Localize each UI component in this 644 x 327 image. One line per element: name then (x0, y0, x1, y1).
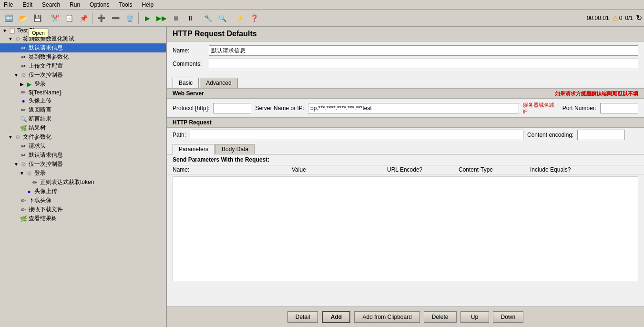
save-button[interactable]: 💾 (31, 11, 44, 25)
tree-node-assert-result[interactable]: 🔍 断言结果 (0, 114, 166, 123)
expand-icon[interactable]: ▼ (19, 171, 25, 176)
tree-label: 返回断言 (29, 106, 51, 114)
delete-button[interactable]: Delete (424, 311, 457, 323)
menu-tools[interactable]: Tools (117, 1, 134, 9)
server-input[interactable] (308, 103, 519, 113)
assert-result-icon: 🔍 (19, 116, 28, 123)
name-label: Name: (173, 47, 206, 54)
panel-header: HTTP Request Defaults (167, 27, 644, 41)
tree-node-view-result[interactable]: 🌿 查看结果树 (0, 214, 166, 223)
tree-node-login2[interactable]: ▼ ⚙ 登录 (0, 169, 166, 178)
new-button[interactable]: 🆕 (2, 11, 15, 25)
name-input[interactable] (209, 45, 638, 56)
tree-node-recv-download[interactable]: ✏ 接收下载文件 (0, 205, 166, 214)
add-from-clipboard-button[interactable]: Add from Clipboard (354, 311, 419, 323)
menu-help[interactable]: Help (140, 1, 155, 9)
tree-label: 请求头 (29, 142, 46, 150)
tree-label: 文件参数化 (23, 133, 51, 141)
comments-input[interactable] (209, 59, 638, 69)
head-upload-icon: ● (19, 98, 28, 104)
start-button[interactable]: ▶▶ (155, 11, 168, 25)
tab-body-data[interactable]: Body Data (215, 144, 255, 154)
col-name: Name: (173, 166, 292, 173)
encoding-input[interactable] (577, 130, 625, 140)
params-header: Send Parameters With the Request: (167, 154, 644, 165)
tree-node-download-head[interactable]: ✏ 下载头像 (0, 196, 166, 205)
tree-node-test-plan[interactable]: ▼ 📋 Test Plan (0, 27, 166, 34)
warning-badge: ⚠ 0 (612, 14, 623, 22)
run-button[interactable]: ▶ (141, 11, 154, 25)
tree-label: 头像上传 (34, 187, 57, 195)
paste-button[interactable]: 📌 (77, 11, 90, 25)
tree-label: 仅一次控制器 (29, 160, 63, 168)
tree-node-return-assert[interactable]: ✏ 返回断言 (0, 105, 166, 114)
port-input[interactable] (600, 103, 638, 113)
search-toolbar-button[interactable]: 🔍 (215, 11, 229, 25)
params-area: Send Parameters With the Request: Name: … (167, 154, 644, 307)
once-ctrl-icon: ⚙ (19, 72, 28, 79)
expand-icon[interactable]: ▼ (13, 72, 19, 78)
tree-node-head-upload[interactable]: ● 头像上传 (0, 96, 166, 105)
remote-button[interactable]: 🔧 (201, 11, 215, 25)
stop-button[interactable]: ⏹ (169, 11, 183, 25)
menu-edit[interactable]: Edit (20, 1, 34, 9)
tree-node-default-req2[interactable]: ✂ 默认请求信息 (0, 151, 166, 160)
protocol-label: Protocol [http]: (173, 105, 209, 112)
protocol-input[interactable] (213, 103, 251, 113)
col-content-type: Content-Type (459, 166, 530, 173)
sep3 (138, 12, 139, 24)
tree-node-result-tree1[interactable]: 🌿 结果树 (0, 123, 166, 133)
tree-node-once-ctrl2[interactable]: ▼ ⚙ 仅一次控制器 (0, 160, 166, 169)
function-button[interactable]: ⚡ (233, 11, 246, 25)
tree-node-regex-token[interactable]: ✏ 正则表达式获取token (0, 178, 166, 187)
menu-run[interactable]: Run (68, 1, 82, 9)
tree-node-req-head[interactable]: ✂ 请求头 (0, 142, 166, 151)
tree-node-sign-data[interactable]: ✂ 签到数据参数化 (0, 52, 166, 61)
port-hint: 使用默认端口则可以不填 (581, 90, 638, 97)
path-input[interactable] (190, 130, 523, 140)
tree-label: 正则表达式获取token (40, 178, 94, 186)
tree-node-once-ctrl[interactable]: ▼ ⚙ 仅一次控制器 (0, 71, 166, 80)
tab-basic[interactable]: Basic (173, 78, 199, 88)
expand-icon[interactable]: ▼ (13, 162, 19, 167)
add-button[interactable]: ➕ (94, 11, 108, 25)
tree-node-sign-perf[interactable]: ▼ ⚙ 签到数据数量化测试 (0, 34, 166, 43)
expand-icon[interactable]: ▼ (2, 28, 8, 33)
menu-options[interactable]: Options (88, 1, 111, 9)
tree-label: 结果树 (29, 124, 46, 132)
remove-button[interactable]: ➖ (109, 11, 122, 25)
testname-icon: ✏ (19, 89, 28, 96)
tab-advanced[interactable]: Advanced (200, 78, 237, 88)
toolbar: 🆕 📂 💾 ✂️ 📋 📌 ➕ ➖ 🗑️ ▶ ▶▶ ⏹ ⏸ 🔧 🔍 ⚡ ❓ 00:… (0, 10, 644, 27)
tree-node-file-param[interactable]: ▼ ⚙ 文件参数化 (0, 133, 166, 142)
cut-button[interactable]: ✂️ (48, 11, 61, 25)
warning-count: 0 (619, 15, 623, 21)
expand-icon[interactable]: ▼ (8, 134, 13, 140)
clear-button[interactable]: 🗑️ (123, 11, 136, 25)
page-count: 0/1 (625, 15, 633, 21)
tree-node-default-req[interactable]: ✂ 默认请求信息 (0, 43, 166, 52)
port-label: Port Number: (562, 105, 596, 112)
open-button[interactable]: 📂 (16, 11, 30, 25)
down-button[interactable]: Down (493, 311, 524, 323)
detail-button[interactable]: Detail (287, 311, 318, 323)
menu-search[interactable]: Search (40, 1, 62, 9)
help-button[interactable]: ❓ (247, 11, 261, 25)
pause-button[interactable]: ⏸ (184, 11, 197, 25)
default-req-icon: ✂ (19, 45, 28, 51)
col-url-encode: URL Encode? (387, 166, 459, 173)
expand-icon[interactable]: ▶ (19, 82, 25, 87)
open-tooltip: Open (29, 29, 48, 37)
refresh-button[interactable]: ↻ (636, 13, 642, 22)
copy-button[interactable]: 📋 (62, 11, 76, 25)
tree-node-login[interactable]: ▶ ▶ 登录 (0, 80, 166, 89)
tree-node-head-upload2[interactable]: ● 头像上传 (0, 187, 166, 196)
tree-node-testname[interactable]: ✏ ${TestName} (0, 89, 166, 96)
tree-label: 头像上传 (29, 97, 51, 105)
expand-icon[interactable]: ▼ (8, 36, 13, 41)
tab-parameters[interactable]: Parameters (173, 144, 215, 154)
add-button[interactable]: Add (322, 311, 350, 323)
tree-node-upload-config[interactable]: ✂ 上传文件配置 (0, 61, 166, 71)
menu-file[interactable]: File (2, 1, 15, 9)
up-button[interactable]: Up (460, 311, 489, 323)
